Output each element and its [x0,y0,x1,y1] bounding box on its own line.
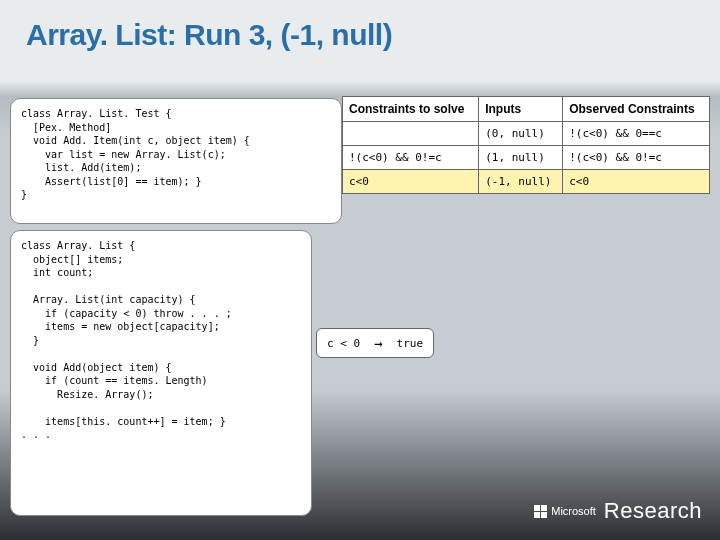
arrow-right-icon: → [374,335,382,351]
callout-lhs: c < 0 [327,337,360,350]
table-cell: !(c<0) && 0!=c [563,146,710,170]
table-cell [343,122,479,146]
microsoft-squares-icon [534,505,547,518]
table-cell: (0, null) [479,122,563,146]
arraylist-class-code: class Array. List { object[] items; int … [10,230,312,516]
evaluation-callout: c < 0 → true [316,328,434,358]
constraints-table: Constraints to solve Inputs Observed Con… [342,96,710,194]
slide-title: Array. List: Run 3, (-1, null) [26,18,392,52]
table-cell: (1, null) [479,146,563,170]
table-row: (0, null)!(c<0) && 0==c [343,122,710,146]
table-row: c<0(-1, null)c<0 [343,170,710,194]
table-cell: (-1, null) [479,170,563,194]
callout-rhs: true [397,337,424,350]
col-observed-constraints: Observed Constraints [563,97,710,122]
constraints-table-body: (0, null)!(c<0) && 0==c!(c<0) && 0!=c(1,… [343,122,710,194]
research-text: Research [604,498,702,524]
table-cell: !(c<0) && 0!=c [343,146,479,170]
col-inputs: Inputs [479,97,563,122]
col-constraints-to-solve: Constraints to solve [343,97,479,122]
table-cell: !(c<0) && 0==c [563,122,710,146]
footer-logo: Microsoft Research [534,498,702,524]
slide: Array. List: Run 3, (-1, null) class Arr… [0,0,720,540]
table-cell: c<0 [563,170,710,194]
table-row: !(c<0) && 0!=c(1, null)!(c<0) && 0!=c [343,146,710,170]
table-cell: c<0 [343,170,479,194]
microsoft-logo: Microsoft [534,505,596,518]
microsoft-text: Microsoft [551,505,596,517]
test-class-code: class Array. List. Test { [Pex. Method] … [10,98,342,224]
